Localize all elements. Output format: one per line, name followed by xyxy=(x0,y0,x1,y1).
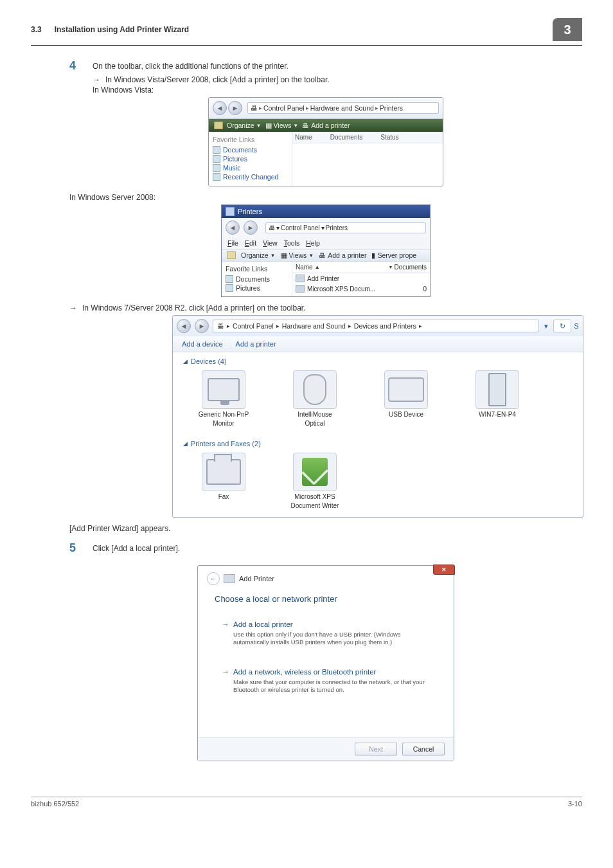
crumb-printers[interactable]: Printers xyxy=(326,224,348,231)
crumb-hardware-sound[interactable]: Hardware and Sound xyxy=(282,322,346,330)
breadcrumb[interactable]: 🖶 ▸ Control Panel ▸ Hardware and Sound ▸… xyxy=(213,320,539,332)
pictures-icon xyxy=(213,155,220,163)
server2008-printers-window: Printers ◄ ► 🖶 ▾ Control Panel ▾ Printer… xyxy=(221,204,431,297)
xps-writer-icon xyxy=(302,458,328,486)
favorite-links-header: Favorite Links xyxy=(213,136,288,143)
nav-back-button[interactable]: ◄ xyxy=(177,319,191,333)
printer-folder-icon: 🖶 xyxy=(251,104,258,112)
devices-icon: 🖶 xyxy=(217,322,224,330)
nav-forward-button[interactable]: ► xyxy=(244,221,258,235)
nav-forward-button[interactable]: ► xyxy=(195,319,209,333)
step-4-number: 4 xyxy=(69,60,93,71)
fav-documents[interactable]: Documents xyxy=(213,146,288,154)
col-documents[interactable]: ▾Documents xyxy=(389,264,427,271)
printer-xps[interactable]: Microsoft XPSDocument Writer xyxy=(280,453,350,509)
add-device-button[interactable]: Add a device xyxy=(182,340,223,348)
cancel-button[interactable]: Cancel xyxy=(402,743,445,755)
chevron-right-icon: ▸ xyxy=(348,323,351,329)
fav-pictures[interactable]: Pictures xyxy=(213,155,288,163)
option-local-printer[interactable]: →Add a local printer Use this option onl… xyxy=(215,614,437,653)
menu-edit[interactable]: Edit xyxy=(245,239,256,247)
col-status[interactable]: Status xyxy=(380,134,398,141)
pictures-icon xyxy=(226,284,233,292)
server-properties-button[interactable]: ▮ Server prope xyxy=(371,251,416,259)
views-menu[interactable]: ▦ Views ▼ xyxy=(281,251,314,259)
add-printer-button[interactable]: Add a printer xyxy=(236,340,276,348)
device-usb[interactable]: USB Device xyxy=(371,370,441,427)
organize-menu[interactable]: Organize ▼ xyxy=(227,122,262,129)
chevron-down-icon[interactable]: ▾ xyxy=(542,322,551,330)
col-documents[interactable]: Documents xyxy=(330,134,363,141)
wizard-appears-text: [Add Printer Wizard] appears. xyxy=(69,524,582,533)
nav-back-button[interactable]: ◄ xyxy=(226,221,240,235)
crumb-devices-printers[interactable]: Devices and Printers xyxy=(354,322,416,330)
fav-pictures[interactable]: Pictures xyxy=(226,284,288,292)
add-printer-button[interactable]: 🖶 Add a printer xyxy=(319,251,366,259)
col-name[interactable]: Name xyxy=(295,134,312,141)
chevron-right-icon: ▸ xyxy=(259,105,262,111)
list-area xyxy=(292,143,443,176)
add-printer-button[interactable]: 🖶 Add a printer xyxy=(302,122,350,129)
sort-asc-icon: ▲ xyxy=(315,264,320,270)
menu-help[interactable]: Help xyxy=(306,239,320,247)
breadcrumb[interactable]: 🖶 ▾ Control Panel ▾ Printers xyxy=(265,222,426,233)
vista-label: In Windows Vista: xyxy=(93,86,582,95)
search-indicator: S xyxy=(574,320,579,332)
collapse-icon: ◢ xyxy=(183,358,188,365)
arrow-icon: → xyxy=(222,620,229,629)
nav-back-button[interactable]: ◄ xyxy=(213,101,227,115)
documents-icon xyxy=(226,275,233,283)
fav-documents[interactable]: Documents xyxy=(226,275,288,283)
device-computer[interactable]: WIN7-EN-P4 xyxy=(462,370,533,427)
crumb-control-panel[interactable]: Control Panel xyxy=(281,224,320,231)
chevron-right-icon: ▸ xyxy=(227,323,230,329)
monitor-icon xyxy=(208,378,240,401)
step-4-text: On the toolbar, click the additional fun… xyxy=(93,60,289,71)
arrow-icon: → xyxy=(222,667,229,676)
fax-icon xyxy=(206,459,241,485)
menu-file[interactable]: File xyxy=(227,239,238,247)
nav-forward-button[interactable]: ► xyxy=(228,101,242,115)
printer-icon xyxy=(296,285,305,293)
crumb-control-panel[interactable]: Control Panel xyxy=(263,104,305,112)
close-button[interactable]: ✕ xyxy=(433,565,455,575)
chevron-right-icon: ▸ xyxy=(375,105,378,111)
device-mouse[interactable]: IntelliMouseOptical xyxy=(280,370,350,427)
step-4-sub-2: In Windows 7/Server 2008 R2, click [Add … xyxy=(82,303,306,312)
chapter-badge: 3 xyxy=(553,18,582,41)
header-divider xyxy=(31,45,582,46)
device-monitor[interactable]: Generic Non-PnPMonitor xyxy=(188,370,259,427)
step-5-text: Click [Add a local printer]. xyxy=(93,542,180,553)
server-icon: ▮ xyxy=(371,251,375,259)
documents-icon xyxy=(213,146,220,154)
add-printer-item[interactable]: Add Printer xyxy=(292,273,430,284)
breadcrumb[interactable]: 🖶 ▸ Control Panel ▸ Hardware and Sound ▸… xyxy=(247,102,439,114)
add-printer-icon xyxy=(296,275,305,282)
crumb-printers[interactable]: Printers xyxy=(380,104,403,112)
option-network-printer[interactable]: →Add a network, wireless or Bluetooth pr… xyxy=(215,662,437,700)
printer-fax[interactable]: Fax xyxy=(188,453,259,509)
col-name[interactable]: Name ▲ xyxy=(296,264,320,271)
section-number: 3.3 xyxy=(31,25,42,34)
chevron-down-icon: ▼ xyxy=(293,123,298,129)
fav-music[interactable]: Music xyxy=(213,164,288,172)
chevron-right-icon: ▸ xyxy=(306,105,309,111)
back-button[interactable]: ← xyxy=(207,572,220,585)
crumb-control-panel[interactable]: Control Panel xyxy=(233,322,274,330)
menu-view[interactable]: View xyxy=(263,239,278,247)
menu-tools[interactable]: Tools xyxy=(284,239,300,247)
organize-menu[interactable]: Organize ▼ xyxy=(241,251,276,259)
next-button[interactable]: Next xyxy=(355,743,397,755)
chevron-down-icon: ▼ xyxy=(271,253,276,258)
mouse-icon xyxy=(303,374,326,405)
section-title: Installation using Add Printer Wizard xyxy=(55,25,553,34)
xps-printer-item[interactable]: Microsoft XPS Docum...0 xyxy=(292,284,430,294)
printers-section-header[interactable]: ◢Printers and Faxes (2) xyxy=(173,435,583,449)
refresh-button[interactable]: ↻ xyxy=(553,320,571,332)
fav-recently-changed[interactable]: Recently Changed xyxy=(213,173,288,181)
crumb-hardware-sound[interactable]: Hardware and Sound xyxy=(310,104,374,112)
devices-section-header[interactable]: ◢Devices (4) xyxy=(173,352,583,366)
option-network-desc: Make sure that your computer is connecte… xyxy=(222,678,430,694)
computer-icon xyxy=(488,373,506,406)
views-menu[interactable]: ▦ Views ▼ xyxy=(265,122,299,129)
